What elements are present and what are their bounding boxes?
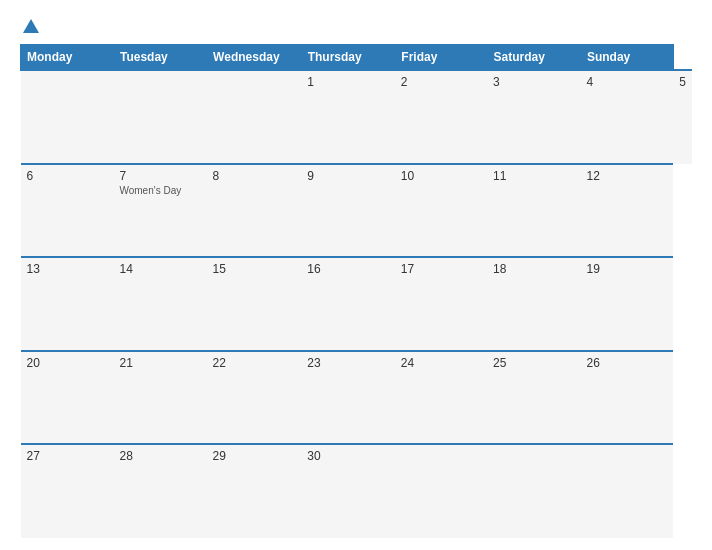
weekday-header-sunday: Sunday xyxy=(580,45,673,71)
calendar-cell xyxy=(395,444,487,538)
calendar-week-row: 27282930 xyxy=(21,444,693,538)
calendar-cell: 1 xyxy=(301,70,395,164)
day-number: 25 xyxy=(493,356,574,370)
calendar-week-row: 67Women's Day89101112 xyxy=(21,164,693,258)
day-number: 27 xyxy=(27,449,108,463)
day-number: 6 xyxy=(27,169,108,183)
calendar-cell xyxy=(21,70,114,164)
day-number: 21 xyxy=(119,356,200,370)
day-number: 13 xyxy=(27,262,108,276)
calendar-cell: 20 xyxy=(21,351,114,445)
day-number: 1 xyxy=(307,75,389,89)
day-number: 26 xyxy=(586,356,667,370)
day-number: 10 xyxy=(401,169,481,183)
calendar-cell: 8 xyxy=(207,164,302,258)
calendar-week-row: 20212223242526 xyxy=(21,351,693,445)
calendar-cell: 22 xyxy=(207,351,302,445)
day-number: 24 xyxy=(401,356,481,370)
day-number: 15 xyxy=(213,262,296,276)
day-number: 2 xyxy=(401,75,481,89)
calendar-cell: 5 xyxy=(673,70,692,164)
calendar-cell: 30 xyxy=(301,444,395,538)
day-number: 30 xyxy=(307,449,389,463)
logo-icon xyxy=(22,18,40,36)
day-number: 9 xyxy=(307,169,389,183)
calendar-cell: 26 xyxy=(580,351,673,445)
calendar-page: MondayTuesdayWednesdayThursdayFridaySatu… xyxy=(0,0,712,550)
day-number: 5 xyxy=(679,75,686,89)
weekday-header-monday: Monday xyxy=(21,45,114,71)
holiday-label: Women's Day xyxy=(119,185,200,196)
day-number: 17 xyxy=(401,262,481,276)
svg-marker-0 xyxy=(23,19,39,33)
weekday-header-saturday: Saturday xyxy=(487,45,580,71)
weekday-header-row: MondayTuesdayWednesdayThursdayFridaySatu… xyxy=(21,45,693,71)
day-number: 7 xyxy=(119,169,200,183)
calendar-cell: 28 xyxy=(113,444,206,538)
calendar-cell: 15 xyxy=(207,257,302,351)
day-number: 16 xyxy=(307,262,389,276)
calendar-cell: 21 xyxy=(113,351,206,445)
weekday-header-friday: Friday xyxy=(395,45,487,71)
day-number: 19 xyxy=(586,262,667,276)
calendar-cell: 16 xyxy=(301,257,395,351)
calendar-cell: 29 xyxy=(207,444,302,538)
day-number: 18 xyxy=(493,262,574,276)
calendar-cell: 3 xyxy=(487,70,580,164)
calendar-cell: 17 xyxy=(395,257,487,351)
calendar-week-row: 12345 xyxy=(21,70,693,164)
calendar-table: MondayTuesdayWednesdayThursdayFridaySatu… xyxy=(20,44,692,538)
calendar-cell xyxy=(487,444,580,538)
day-number: 28 xyxy=(119,449,200,463)
weekday-header-wednesday: Wednesday xyxy=(207,45,302,71)
calendar-cell: 11 xyxy=(487,164,580,258)
day-number: 23 xyxy=(307,356,389,370)
calendar-cell xyxy=(207,70,302,164)
day-number: 12 xyxy=(586,169,667,183)
day-number: 11 xyxy=(493,169,574,183)
calendar-cell: 27 xyxy=(21,444,114,538)
calendar-cell: 23 xyxy=(301,351,395,445)
day-number: 14 xyxy=(119,262,200,276)
calendar-cell: 14 xyxy=(113,257,206,351)
calendar-cell: 7Women's Day xyxy=(113,164,206,258)
calendar-cell: 19 xyxy=(580,257,673,351)
day-number: 20 xyxy=(27,356,108,370)
calendar-cell: 2 xyxy=(395,70,487,164)
weekday-header-thursday: Thursday xyxy=(301,45,395,71)
calendar-cell: 10 xyxy=(395,164,487,258)
calendar-cell: 13 xyxy=(21,257,114,351)
day-number: 29 xyxy=(213,449,296,463)
day-number: 8 xyxy=(213,169,296,183)
day-number: 22 xyxy=(213,356,296,370)
day-number: 3 xyxy=(493,75,574,89)
calendar-cell xyxy=(580,444,673,538)
calendar-cell xyxy=(113,70,206,164)
calendar-week-row: 13141516171819 xyxy=(21,257,693,351)
weekday-header-tuesday: Tuesday xyxy=(113,45,206,71)
day-number: 4 xyxy=(586,75,667,89)
calendar-cell: 24 xyxy=(395,351,487,445)
calendar-cell: 9 xyxy=(301,164,395,258)
logo xyxy=(20,18,42,34)
calendar-cell: 25 xyxy=(487,351,580,445)
header xyxy=(20,18,692,34)
calendar-cell: 18 xyxy=(487,257,580,351)
calendar-cell: 6 xyxy=(21,164,114,258)
calendar-cell: 4 xyxy=(580,70,673,164)
calendar-cell: 12 xyxy=(580,164,673,258)
